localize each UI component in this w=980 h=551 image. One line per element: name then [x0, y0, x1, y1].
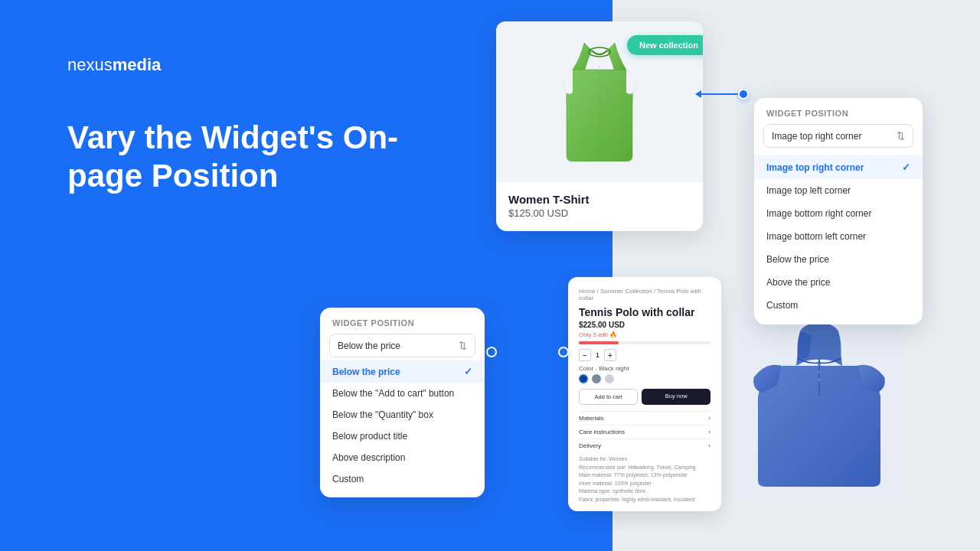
- connector-line-bottom: [497, 351, 558, 354]
- dropdown-item-label-4: Below the price: [766, 254, 829, 265]
- bottom-dropdown-label-2: Below the "Quantity" box: [332, 409, 433, 420]
- connector-top: [695, 89, 749, 99]
- polo-shirt-svg: [750, 320, 888, 488]
- chevron-down-icon: ⇅: [897, 130, 905, 142]
- bottom-dropdown-item-0[interactable]: Below the price ✓: [320, 360, 485, 383]
- color-swatch-1[interactable]: [579, 374, 588, 383]
- svg-point-4: [818, 370, 821, 373]
- product-description: Suitable for: WomenRecommended use: Hill…: [579, 455, 710, 504]
- chevron-right-icon: ›: [708, 415, 710, 422]
- bottom-dropdown-item-5[interactable]: Custom: [320, 468, 485, 490]
- accordion-delivery[interactable]: Delivery ›: [579, 439, 710, 452]
- qty-value: 1: [596, 351, 599, 359]
- widget-select-top[interactable]: Image top right corner ⇅: [763, 124, 913, 148]
- bottom-dropdown-item-4[interactable]: Above description: [320, 447, 485, 468]
- color-label: Color - Black night: [579, 365, 710, 372]
- new-collection-badge: New collection: [627, 35, 703, 55]
- checkmark-icon-0: ✓: [902, 161, 910, 173]
- widget-select-bottom-value: Below the price: [338, 341, 400, 351]
- dropdown-item-label-5: Above the price: [766, 277, 830, 288]
- page-headline: Vary the Widget's On-page Position: [67, 119, 435, 196]
- accordion-label-delivery: Delivery: [579, 442, 601, 449]
- accordion-label-materials: Materials: [579, 415, 603, 422]
- checkmark-icon-bottom-0: ✓: [464, 366, 472, 377]
- color-swatches: [579, 374, 710, 383]
- logo-bold: media: [113, 55, 162, 74]
- dropdown-item-label-1: Image top left corner: [766, 185, 851, 196]
- product-image-area: New collection: [496, 21, 703, 182]
- connector-dot-bottom2: [558, 347, 569, 357]
- qty-minus-button[interactable]: −: [579, 349, 591, 361]
- accordion-care[interactable]: Care instructions ›: [579, 425, 710, 439]
- widget-select-bottom[interactable]: Below the price ⇅: [329, 334, 475, 357]
- dropdown-item-5[interactable]: Above the price: [754, 271, 923, 294]
- stock-bar-fill: [579, 341, 619, 344]
- color-swatch-2[interactable]: [592, 374, 601, 383]
- bottom-dropdown-label-3: Below product title: [332, 431, 407, 442]
- dropdown-item-1[interactable]: Image top left corner: [754, 179, 923, 202]
- widget-panel-top-title: Widget Position: [754, 109, 923, 124]
- product-price-top: $125.00 USD: [508, 207, 691, 219]
- accordion-label-care: Care instructions: [579, 429, 625, 435]
- product-page-card: Home / Summer Collection / Tennis Polo w…: [568, 277, 721, 511]
- add-to-cart-button[interactable]: Add to cart: [579, 389, 638, 405]
- bottom-dropdown-item-3[interactable]: Below product title: [320, 425, 485, 447]
- dropdown-item-6[interactable]: Custom: [754, 294, 923, 317]
- action-buttons: Add to cart Buy now: [579, 389, 710, 405]
- dropdown-item-0[interactable]: Image top right corner ✓: [754, 155, 923, 179]
- arrow-head-top: [695, 90, 701, 98]
- stock-badge: Only 5 left! 🔥: [579, 331, 710, 338]
- dropdown-item-2[interactable]: Image bottom right corner: [754, 202, 923, 225]
- green-shirt-image: [557, 43, 642, 161]
- chevron-right-icon-care: ›: [708, 429, 710, 435]
- dropdown-item-label-6: Custom: [766, 300, 798, 311]
- breadcrumb: Home / Summer Collection / Tennis Polo w…: [579, 288, 710, 302]
- dropdown-item-label-3: Image bottom left corner: [766, 231, 866, 242]
- buy-now-button[interactable]: Buy now: [642, 389, 710, 405]
- chevron-right-icon-delivery: ›: [708, 442, 710, 449]
- bottom-dropdown-item-2[interactable]: Below the "Quantity" box: [320, 404, 485, 425]
- stock-bar-bg: [579, 341, 710, 344]
- widget-panel-top: Widget Position Image top right corner ⇅…: [754, 98, 923, 324]
- connector-line-top: [701, 93, 738, 96]
- accordion-materials[interactable]: Materials ›: [579, 411, 710, 425]
- widget-panel-bottom-title: Widget Position: [320, 318, 485, 334]
- product-page-price: $225.00 USD: [579, 321, 710, 329]
- connector-dot-top: [738, 89, 749, 99]
- dropdown-item-label-0: Image top right corner: [766, 162, 864, 173]
- qty-plus-button[interactable]: +: [604, 349, 616, 361]
- bottom-dropdown-item-1[interactable]: Below the "Add to cart" button: [320, 383, 485, 404]
- logo: nexusmedia: [67, 55, 161, 75]
- product-title-top: Women T-Shirt: [508, 193, 691, 206]
- connector-dot-bottom: [486, 347, 497, 357]
- quantity-row: − 1 +: [579, 349, 710, 361]
- bottom-dropdown-label-1: Below the "Add to cart" button: [332, 388, 454, 399]
- chevron-down-icon-bottom: ⇅: [459, 340, 467, 351]
- widget-select-top-value: Image top right corner: [772, 131, 861, 142]
- product-page-title: Tennis Polo with collar: [579, 306, 710, 318]
- svg-point-5: [818, 378, 821, 381]
- dropdown-item-3[interactable]: Image bottom left corner: [754, 225, 923, 248]
- dropdown-item-4[interactable]: Below the price: [754, 248, 923, 271]
- dropdown-item-label-2: Image bottom right corner: [766, 208, 871, 219]
- product-info-top: Women T-Shirt $125.00 USD: [496, 182, 703, 219]
- bottom-dropdown-label-4: Above description: [332, 452, 405, 463]
- svg-point-0: [589, 47, 610, 57]
- color-swatch-3[interactable]: [605, 374, 614, 383]
- bottom-dropdown-label-0: Below the price: [332, 367, 400, 377]
- connector-bottom: [486, 347, 569, 357]
- polo-shirt-image: [735, 305, 903, 504]
- widget-panel-bottom: Widget Position Below the price ⇅ Below …: [320, 308, 485, 497]
- product-card-top: New collection Women T-Shirt $125.00 USD: [496, 21, 703, 231]
- bottom-dropdown-label-5: Custom: [332, 474, 364, 484]
